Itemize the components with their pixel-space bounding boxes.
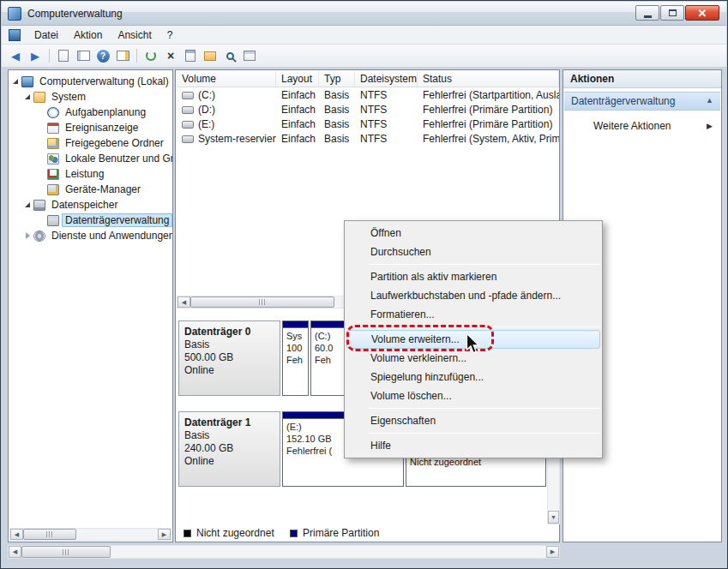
- scrollbar-thumb[interactable]: [190, 296, 334, 308]
- tree-item-lokale-benutzer[interactable]: Lokale Benutzer und Gr: [9, 151, 172, 166]
- context-menu-item-delete-volume[interactable]: Volume löschen...: [345, 386, 602, 405]
- maximize-icon: [669, 9, 677, 16]
- menu-aktion[interactable]: Aktion: [66, 26, 110, 45]
- scrollbar-thumb[interactable]: [23, 529, 76, 540]
- actions-pane-title: Aktionen: [563, 70, 721, 88]
- context-menu-item-format[interactable]: Formatieren...: [345, 305, 602, 324]
- tree-item-geraete-manager[interactable]: Geräte-Manager: [9, 182, 172, 197]
- services-icon: [33, 231, 45, 242]
- context-menu-item-shrink-volume[interactable]: Volume verkleinern...: [345, 349, 602, 368]
- show-console-tree-icon[interactable]: [75, 47, 92, 64]
- open-folder-icon[interactable]: [202, 47, 219, 64]
- menu-separator: [369, 408, 600, 409]
- tree-item-freigegebene-ordner[interactable]: Freigegebene Ordner: [9, 135, 172, 151]
- maximize-button[interactable]: [660, 5, 684, 21]
- volume-row-c[interactable]: (C:) Einfach Basis NTFS Fehlerfrei (Star…: [177, 87, 559, 102]
- forward-icon[interactable]: ▶: [27, 47, 44, 64]
- tree-item-dienste-und-anwendungen[interactable]: Dienste und Anwendungen: [9, 228, 172, 243]
- disk0-info-box[interactable]: Datenträger 0 Basis 500.00 GB Online: [178, 320, 280, 396]
- volume-icon: [182, 121, 194, 129]
- tree-item-computerverwaltung[interactable]: Computerverwaltung (Lokal): [9, 74, 172, 89]
- toolbar-separator: [49, 49, 50, 63]
- legend: Nicht zugeordnet Primäre Partition: [177, 524, 547, 542]
- tree-item-ereignisanzeige[interactable]: Ereignisanzeige: [9, 120, 172, 135]
- computer-management-window: Computerverwaltung ✕ Datei Aktion Ansich…: [0, 0, 728, 569]
- column-typ[interactable]: Typ: [319, 71, 355, 87]
- close-icon: ✕: [698, 8, 707, 19]
- event-viewer-icon: [47, 123, 59, 134]
- column-status[interactable]: Status: [418, 71, 559, 87]
- more-actions-arrow-icon: ▶: [707, 122, 713, 130]
- users-icon: [47, 153, 59, 165]
- volume-row-d[interactable]: (D:) Einfach Basis NTFS Fehlerfrei (Prim…: [177, 102, 559, 117]
- menu-help[interactable]: ?: [159, 26, 181, 45]
- context-menu-item-change-drive-letter[interactable]: Laufwerkbuchstaben und -pfade ändern...: [345, 286, 602, 305]
- back-icon[interactable]: ◀: [7, 47, 24, 64]
- tree-item-leistung[interactable]: Leistung: [9, 166, 172, 182]
- column-layout[interactable]: Layout: [276, 71, 319, 87]
- find-icon[interactable]: [221, 47, 238, 64]
- volume-icon: [182, 135, 194, 143]
- volume-row-system-reserviert[interactable]: System-reserviert Einfach Basis NTFS Feh…: [177, 131, 559, 146]
- export-list-icon[interactable]: [55, 47, 72, 64]
- column-dateisystem[interactable]: Dateisystem: [355, 71, 418, 87]
- tree-item-system[interactable]: System: [9, 89, 172, 105]
- performance-icon: [47, 169, 59, 180]
- actions-more-actions[interactable]: Weitere Aktionen ▶: [564, 117, 720, 135]
- show-action-pane-icon[interactable]: [114, 47, 131, 64]
- disk1-info-box[interactable]: Datenträger 1 Basis 240.00 GB Online: [178, 411, 280, 487]
- tree-item-datenspeicher[interactable]: Datenspeicher: [9, 197, 172, 213]
- settings-icon[interactable]: [241, 47, 258, 64]
- system-folder-icon: [33, 92, 45, 103]
- tree-horizontal-scrollbar[interactable]: ◀ ▶: [9, 528, 171, 541]
- legend-primary-partition: Primäre Partition: [290, 527, 389, 539]
- scroll-right-icon[interactable]: ▶: [158, 529, 171, 540]
- context-menu-item-help[interactable]: Hilfe: [345, 436, 602, 455]
- expander-icon[interactable]: [23, 202, 32, 207]
- actions-section-datentraegerverwaltung[interactable]: Datenträgerverwaltung ▲: [564, 92, 720, 111]
- scroll-left-icon[interactable]: ◀: [177, 296, 190, 308]
- minimize-button[interactable]: [635, 5, 659, 21]
- context-menu-item-extend-volume[interactable]: Volume erweitern...: [346, 330, 600, 349]
- scrollbar-track[interactable]: [111, 546, 546, 558]
- toolbar: ◀ ▶ ? ×: [2, 45, 726, 68]
- tree-item-datentraegerverwaltung[interactable]: Datenträgerverwaltung: [9, 213, 172, 228]
- menu-separator: [369, 326, 600, 327]
- selected-tree-label: Datenträgerverwaltung: [63, 214, 171, 226]
- collapse-section-icon[interactable]: ▲: [706, 96, 713, 105]
- menu-separator: [369, 264, 600, 265]
- scrollbar-track[interactable]: [76, 529, 158, 540]
- primary-partition-band: [283, 321, 308, 328]
- context-menu-item-properties[interactable]: Eigenschaften: [345, 411, 602, 430]
- refresh-icon[interactable]: [142, 47, 159, 64]
- expander-icon[interactable]: [11, 79, 20, 84]
- context-menu-item-mark-partition-active[interactable]: Partition als aktiv markieren: [345, 267, 602, 286]
- tree-item-aufgabenplanung[interactable]: Aufgabenplanung: [9, 105, 172, 120]
- volume-row-e[interactable]: (E:) Einfach Basis NTFS Fehlerfrei (Prim…: [177, 117, 559, 131]
- menu-ansicht[interactable]: Ansicht: [110, 26, 159, 45]
- help-icon[interactable]: ?: [94, 47, 111, 64]
- disk0-partition-system-reserved[interactable]: Sys 100 Feh: [282, 320, 309, 396]
- scroll-left-icon[interactable]: ◀: [10, 529, 23, 540]
- properties-icon[interactable]: [182, 47, 199, 64]
- delete-icon[interactable]: ×: [162, 47, 179, 64]
- expander-icon[interactable]: [23, 94, 32, 99]
- scroll-down-icon[interactable]: ▼: [548, 511, 559, 524]
- scroll-left-icon[interactable]: ◀: [9, 546, 21, 558]
- console-horizontal-scrollbar[interactable]: ◀ ▶: [8, 545, 560, 559]
- close-button[interactable]: ✕: [685, 5, 719, 21]
- unallocated-color-swatch: [184, 530, 191, 537]
- menu-separator: [369, 433, 600, 434]
- title-bar[interactable]: Computerverwaltung ✕: [2, 2, 726, 26]
- expander-icon[interactable]: [23, 232, 32, 239]
- scroll-right-icon[interactable]: ▶: [546, 546, 559, 558]
- console-tree-pane: Computerverwaltung (Lokal) System Aufgab…: [8, 69, 173, 542]
- menu-datei[interactable]: Datei: [27, 26, 66, 45]
- scrollbar-thumb[interactable]: [21, 546, 111, 558]
- context-menu-item-open[interactable]: Öffnen: [345, 224, 602, 243]
- context-menu-item-browse[interactable]: Durchsuchen: [345, 243, 602, 261]
- volume-icon: [182, 106, 194, 114]
- column-volume[interactable]: Volume: [177, 71, 276, 87]
- volume-list: (C:) Einfach Basis NTFS Fehlerfrei (Star…: [177, 87, 559, 146]
- context-menu-item-add-mirror[interactable]: Spiegelung hinzufügen...: [345, 368, 602, 386]
